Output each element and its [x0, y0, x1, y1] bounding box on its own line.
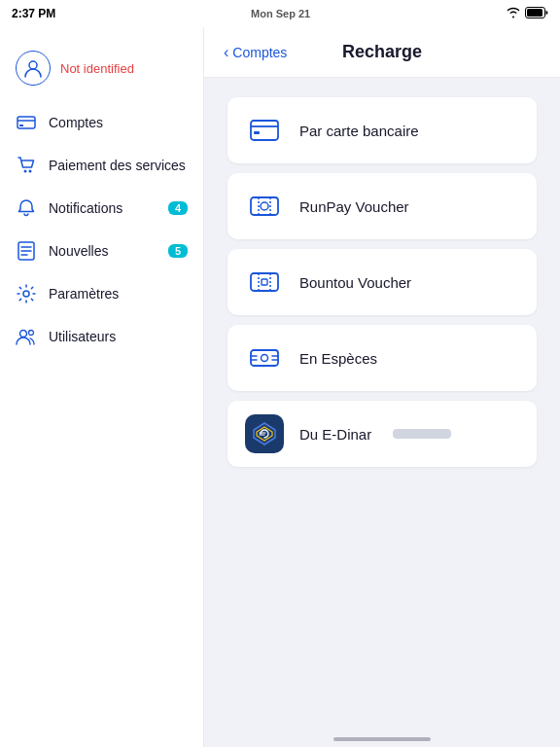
- home-indicator: [333, 737, 431, 741]
- users-icon: [16, 326, 37, 347]
- edinar-redacted: [393, 429, 451, 439]
- status-time: 2:37 PM: [12, 7, 55, 20]
- list-item[interactable]: Du E-Dinar: [228, 401, 537, 467]
- document-icon: [16, 240, 37, 262]
- svg-rect-3: [18, 117, 35, 128]
- card-icon: [16, 112, 37, 133]
- app-container: Not identified Comptes Pai: [0, 27, 560, 747]
- sidebar-item-utilisateurs[interactable]: Utilisateurs: [0, 315, 203, 358]
- back-button[interactable]: ‹ Comptes: [224, 44, 287, 61]
- svg-point-14: [261, 202, 268, 210]
- sidebar-item-comptes[interactable]: Comptes: [0, 101, 203, 144]
- avatar: [16, 51, 51, 86]
- status-bar: 2:37 PM Mon Sep 21: [0, 0, 560, 27]
- bell-icon: [16, 197, 37, 219]
- page-title: Recharge: [342, 42, 422, 62]
- svg-rect-16: [262, 279, 267, 285]
- sidebar-item-label: Paramètres: [49, 286, 188, 302]
- sidebar-item-label: Utilisateurs: [49, 329, 188, 344]
- chevron-left-icon: ‹: [224, 44, 228, 61]
- list-item[interactable]: Par carte bancaire: [228, 97, 537, 163]
- profile-not-identified: Not identified: [60, 61, 134, 76]
- list-item-label: En Espèces: [299, 350, 377, 367]
- status-date: Mon Sep 21: [251, 8, 310, 19]
- cart-icon: [16, 155, 37, 176]
- sidebar-item-label: Paiement des services: [49, 158, 188, 173]
- svg-point-10: [29, 331, 34, 336]
- svg-rect-17: [251, 350, 278, 366]
- bottom-bar: [204, 724, 560, 747]
- svg-point-18: [262, 355, 268, 362]
- svg-rect-11: [251, 121, 278, 140]
- list-item[interactable]: Bountou Voucher: [228, 249, 537, 315]
- svg-rect-15: [251, 273, 278, 291]
- gear-icon: [16, 283, 37, 304]
- top-bar: ‹ Comptes Recharge: [204, 27, 560, 78]
- sidebar-item-notifications[interactable]: Notifications 4: [0, 187, 203, 230]
- sidebar-item-nouvelles[interactable]: Nouvelles 5: [0, 230, 203, 272]
- svg-point-8: [23, 291, 29, 297]
- svg-rect-13: [251, 197, 278, 215]
- notifications-badge: 4: [168, 201, 188, 215]
- sidebar-profile[interactable]: Not identified: [0, 43, 203, 101]
- list-item-label: Bountou Voucher: [299, 274, 411, 291]
- credit-card-icon: [245, 111, 284, 150]
- recharge-options-list: Par carte bancaire RunPay Voucher: [204, 78, 560, 486]
- bountou-voucher-icon: [245, 263, 284, 302]
- wifi-icon: [506, 7, 521, 21]
- sidebar-item-parametres[interactable]: Paramètres: [0, 272, 203, 315]
- svg-rect-12: [254, 131, 260, 134]
- svg-point-5: [24, 170, 27, 173]
- list-item-label: Par carte bancaire: [299, 123, 419, 139]
- main-content: ‹ Comptes Recharge Par carte bancaire: [204, 27, 560, 747]
- list-item[interactable]: En Espèces: [228, 325, 537, 391]
- svg-point-6: [29, 170, 32, 173]
- sidebar-item-paiement[interactable]: Paiement des services: [0, 144, 203, 187]
- edinar-icon: [245, 414, 284, 453]
- runpay-voucher-icon: [245, 187, 284, 226]
- nouvelles-badge: 5: [168, 244, 188, 258]
- list-item[interactable]: RunPay Voucher: [228, 173, 537, 239]
- svg-rect-4: [19, 124, 23, 126]
- sidebar-item-label: Notifications: [49, 200, 157, 216]
- sidebar-item-label: Nouvelles: [49, 243, 157, 259]
- svg-rect-1: [527, 9, 542, 17]
- battery-icon: [525, 7, 548, 21]
- sidebar: Not identified Comptes Pai: [0, 27, 204, 747]
- back-label: Comptes: [232, 45, 287, 60]
- svg-point-2: [29, 61, 37, 69]
- sidebar-item-label: Comptes: [49, 115, 188, 130]
- list-item-label: RunPay Voucher: [299, 198, 409, 215]
- cash-icon: [245, 338, 284, 377]
- svg-point-9: [20, 331, 27, 338]
- list-item-label: Du E-Dinar: [299, 426, 371, 443]
